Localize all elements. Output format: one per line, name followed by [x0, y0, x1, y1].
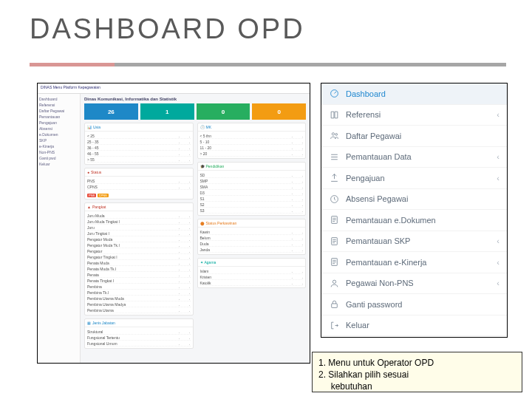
- table-row: Katolik..: [200, 280, 304, 286]
- note-item: 1. Menu untuk Operator OPD: [318, 357, 516, 369]
- side-item: Pengajuan: [39, 120, 78, 126]
- book-icon: [329, 109, 339, 120]
- svg-point-1: [332, 133, 334, 135]
- table-row: Struktural..: [87, 329, 191, 335]
- table-row: Juru..: [87, 225, 191, 231]
- org-title: Dinas Komunikasi, Informatika dan Statis…: [84, 97, 306, 101]
- table-row: Kawin..: [200, 229, 304, 235]
- lock-icon: [329, 299, 339, 310]
- table-row: Pengatur..: [87, 248, 191, 254]
- menu-item-pemantauan-data[interactable]: Pemantauan Data‹: [321, 147, 507, 168]
- table-row: < 25..: [87, 133, 191, 139]
- panel-header: ▲Pangkat: [85, 203, 193, 211]
- chevron-left-icon: ‹: [497, 174, 499, 183]
- menu-label: Absensi Pegawai: [346, 194, 408, 203]
- upload-icon: [329, 173, 339, 183]
- menu-item-pemantauan-e-dokumen[interactable]: Pemantauan e.Dokumen: [321, 210, 507, 231]
- menu-item-keluar[interactable]: Keluar: [321, 316, 507, 337]
- app-header: DINAS Menu Platform Kepegawaian: [38, 83, 310, 94]
- table-row: Pengatur Tingkat I..: [87, 254, 191, 260]
- chevron-left-icon: ‹: [497, 236, 499, 245]
- table-row: CPNS..: [87, 184, 191, 190]
- table-row: Juru Muda..: [87, 213, 191, 219]
- clock-icon: [329, 194, 339, 204]
- side-item: e-Kinerja: [39, 143, 78, 149]
- note-item: kebutuhan: [318, 381, 516, 392]
- divider-accent: [30, 63, 115, 66]
- menu-label: Dashboard: [346, 89, 386, 98]
- svg-point-2: [335, 134, 337, 136]
- panel-jabatan: ▦Jenis Jabatan Struktural..Fungsional Te…: [84, 318, 194, 349]
- chevron-left-icon: ‹: [497, 110, 499, 119]
- side-item: SKP: [39, 137, 78, 143]
- side-item: Referensi: [39, 102, 78, 108]
- menu-item-pemantauan-skp[interactable]: Pemantauan SKP‹: [321, 231, 507, 253]
- menu-item-daftar-pegawai[interactable]: Daftar Pegawai: [321, 126, 507, 147]
- panel-header: ●Status: [85, 168, 193, 177]
- panel-header: 🕒MK: [198, 123, 306, 132]
- menu-item-ganti-password[interactable]: Ganti password: [321, 294, 507, 316]
- table-row: Penata Muda Tk.I..: [87, 266, 191, 272]
- table-row: Duda..: [200, 241, 304, 247]
- stat-box: 1: [140, 103, 194, 120]
- menu-item-referensi[interactable]: Referensi‹: [321, 105, 507, 126]
- side-item: Pemantauan: [39, 114, 78, 120]
- menu-label: Pegawai Non-PNS: [346, 279, 414, 287]
- panel-usia: 📊Usia < 25..25 - 35..36 - 45..46 - 55..>…: [84, 123, 194, 165]
- stat-box: 0: [252, 103, 306, 120]
- table-row: SMA..: [200, 184, 304, 190]
- menu-item-dashboard[interactable]: Dashboard: [321, 83, 507, 105]
- panel-header: ⬤Status Perkawinan: [198, 219, 306, 228]
- table-row: Penata Muda..: [87, 260, 191, 266]
- menu-item-pengajuan[interactable]: Pengajuan‹: [321, 168, 507, 189]
- table-row: Pembina Utama..: [87, 307, 191, 313]
- table-row: Pengatur Muda..: [87, 236, 191, 242]
- table-row: > 20..: [200, 151, 304, 157]
- panel-header: ✦Agama: [198, 259, 306, 267]
- side-item: Daftar Pegawai: [39, 108, 78, 114]
- menu-label: Referensi: [346, 110, 381, 119]
- panel-pangkat: ▲Pangkat Juru Muda..Juru Muda Tingkat I.…: [84, 202, 194, 316]
- menu-item-pegawai-non-pns[interactable]: Pegawai Non-PNS‹: [321, 273, 507, 295]
- stat-row: 26 1 0 0: [84, 103, 306, 120]
- stat-box: 26: [84, 103, 138, 120]
- table-row: S1..: [200, 196, 304, 202]
- sidebar-menu: DashboardReferensi‹Daftar PegawaiPemanta…: [321, 83, 508, 338]
- panel-status: ●Status PNS..CPNS.. PNS CPNS: [84, 168, 194, 200]
- dashboard-screenshot: DINAS Menu Platform Kepegawaian Dashboar…: [37, 83, 310, 364]
- doc-icon: [329, 236, 339, 246]
- menu-item-absensi-pegawai[interactable]: Absensi Pegawai: [321, 189, 507, 211]
- table-row: 36 - 45..: [87, 145, 191, 151]
- stat-box: 0: [197, 103, 250, 120]
- menu-label: Keluar: [346, 321, 369, 330]
- chevron-left-icon: ‹: [497, 279, 499, 287]
- side-item: e.Dokumen: [39, 132, 78, 137]
- table-row: Pembina Tk.I..: [87, 290, 191, 296]
- user-icon: [329, 278, 339, 288]
- table-row: Juru Tingkat I..: [87, 231, 191, 236]
- slide-title: DASHBOARD OPD: [30, 13, 305, 45]
- table-row: Juru Muda Tingkat I..: [87, 219, 191, 225]
- table-row: 25 - 35..: [87, 139, 191, 145]
- panel-statperkawinan: ⬤Status Perkawinan Kawin..Belum..Duda..J…: [197, 219, 307, 255]
- note-item: 2. Silahkan pilih sesuai: [318, 369, 516, 381]
- panel-header: ▦Jenis Jabatan: [85, 319, 193, 327]
- table-row: S3..: [200, 208, 304, 214]
- menu-label: Pemantauan Data: [346, 152, 412, 161]
- menu-label: Daftar Pegawai: [346, 132, 401, 140]
- table-row: S2..: [200, 202, 304, 208]
- table-row: Belum..: [200, 235, 304, 241]
- table-row: Pembina..: [87, 284, 191, 290]
- table-row: D3..: [200, 190, 304, 196]
- panel-pendidikan: 🎓Pendidikan SD..SMP..SMA..D3..S1..S2..S3…: [197, 162, 307, 216]
- table-row: PNS..: [87, 178, 191, 184]
- table-row: Fungsional Tertentu..: [87, 335, 191, 341]
- menu-item-pemantauan-e-kinerja[interactable]: Pemantauan e-Kinerja‹: [321, 252, 507, 273]
- table-row: Pengatur Muda Tk.I..: [87, 242, 191, 248]
- svg-rect-8: [331, 304, 337, 307]
- doc-icon: [329, 215, 339, 225]
- table-row: Penata..: [87, 272, 191, 278]
- chevron-left-icon: ‹: [497, 258, 499, 267]
- table-row: Kristen..: [200, 274, 304, 280]
- table-row: Islam..: [200, 268, 304, 274]
